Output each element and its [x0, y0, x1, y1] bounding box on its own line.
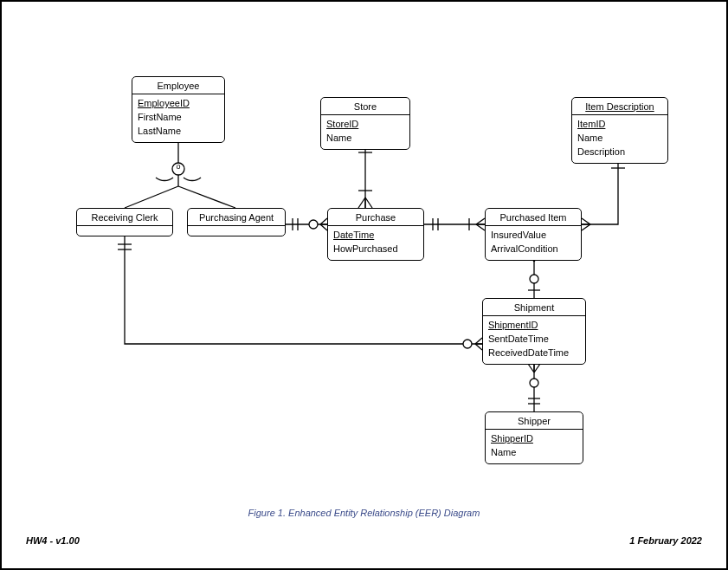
svg-line-16 — [320, 218, 327, 224]
entity-store: Store StoreIDName — [320, 97, 410, 150]
svg-line-44 — [528, 364, 534, 372]
svg-point-35 — [530, 275, 538, 283]
diagram-canvas: o Employee EmployeeIDFirstNameLastName S… — [2, 2, 726, 568]
entity-title: Employee — [132, 77, 224, 94]
entity-title: Purchasing Agent — [188, 209, 285, 226]
entity-title: Store — [321, 98, 409, 115]
entity-attrs: StoreIDName — [321, 115, 409, 149]
entity-attrs: InsuredValueArrivalCondition — [486, 226, 581, 260]
entity-purchase: Purchase DateTimeHowPurchased — [327, 208, 424, 261]
footer-right: 1 February 2022 — [629, 535, 702, 546]
entity-title: Receiving Clerk — [77, 209, 172, 226]
svg-line-45 — [534, 364, 540, 372]
entity-title: Shipment — [483, 299, 585, 316]
entity-receiving-clerk: Receiving Clerk — [76, 208, 173, 236]
svg-line-3 — [125, 186, 178, 208]
svg-line-40 — [475, 338, 482, 344]
entity-shipper: Shipper ShipperIDName — [485, 411, 583, 464]
entity-title: Purchased Item — [486, 209, 581, 226]
entity-title: Item Description — [572, 98, 667, 115]
entity-attrs — [188, 226, 285, 236]
entity-shipment: Shipment ShipmentIDSentDateTimeReceivedD… — [482, 298, 586, 365]
entity-employee: Employee EmployeeIDFirstNameLastName — [132, 76, 225, 143]
svg-line-27 — [582, 224, 590, 230]
document-page: o Employee EmployeeIDFirstNameLastName S… — [0, 0, 728, 570]
footer-left: HW4 - v1.00 — [26, 535, 80, 546]
svg-line-24 — [476, 224, 485, 230]
svg-point-39 — [463, 340, 472, 348]
svg-line-26 — [582, 218, 590, 224]
entity-attrs: ShipmentIDSentDateTimeReceivedDateTime — [483, 316, 585, 364]
svg-line-9 — [358, 198, 365, 208]
figure-caption: Figure 1. Enhanced Entity Relationship (… — [2, 508, 726, 518]
entity-attrs: DateTimeHowPurchased — [328, 226, 423, 260]
isa-overlap-label: o — [174, 162, 183, 171]
entity-purchased-item: Purchased Item InsuredValueArrivalCondit… — [485, 208, 582, 261]
connectors-layer — [2, 2, 728, 570]
svg-line-10 — [365, 198, 372, 208]
svg-line-23 — [476, 218, 485, 224]
svg-line-4 — [178, 186, 235, 208]
entity-attrs: EmployeeIDFirstNameLastName — [132, 94, 224, 142]
svg-point-1 — [172, 163, 184, 175]
entity-title: Purchase — [328, 209, 423, 226]
svg-point-47 — [530, 379, 538, 387]
entity-purchasing-agent: Purchasing Agent — [187, 208, 286, 236]
entity-attrs — [77, 226, 172, 236]
entity-attrs: ShipperIDName — [486, 430, 583, 463]
entity-title: Shipper — [486, 412, 583, 430]
entity-attrs: ItemIDNameDescription — [572, 115, 667, 163]
svg-line-41 — [475, 344, 482, 350]
svg-line-17 — [320, 224, 327, 230]
entity-item-description: Item Description ItemIDNameDescription — [571, 97, 668, 164]
svg-point-15 — [309, 220, 318, 229]
